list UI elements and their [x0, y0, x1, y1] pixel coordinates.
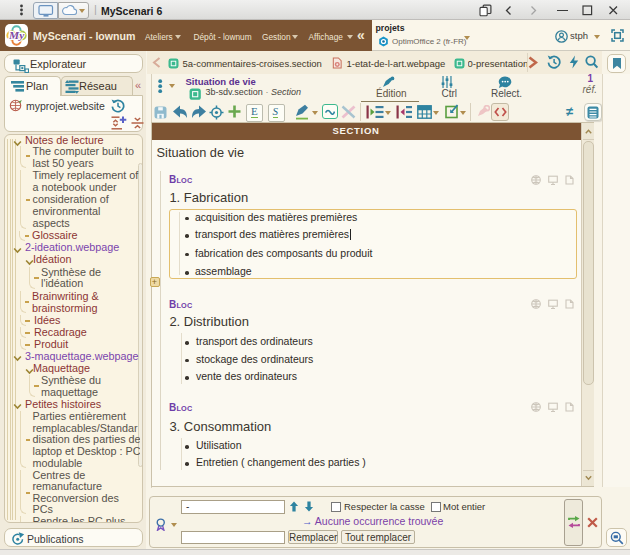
svg-text:My: My: [8, 29, 25, 41]
